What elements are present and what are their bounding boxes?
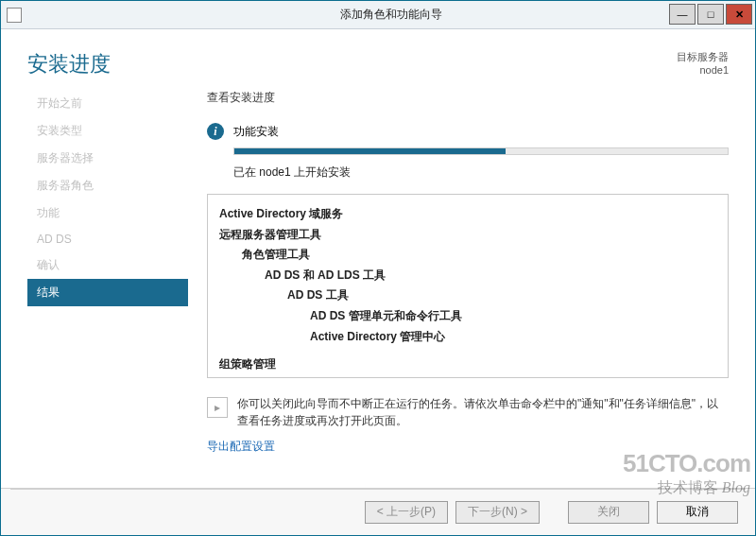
sidebar-item-adds: AD DS bbox=[27, 227, 188, 251]
details-box: Active Directory 域服务 远程服务器管理工具 角色管理工具 AD… bbox=[207, 194, 729, 378]
info-icon: i bbox=[207, 123, 224, 140]
prev-button: < 上一步(P) bbox=[365, 501, 448, 524]
body-row: 开始之前 安装类型 服务器选择 服务器角色 功能 AD DS 确认 结果 查看安… bbox=[27, 90, 729, 476]
detail-remote-admin-tools: 远程服务器管理工具 bbox=[219, 225, 716, 246]
main-panel: 查看安装进度 i 功能安装 已在 node1 上开始安装 Active Dire… bbox=[188, 90, 729, 476]
close-wizard-button: 关闭 bbox=[568, 501, 649, 524]
app-icon bbox=[7, 8, 22, 23]
sidebar-item-features: 功能 bbox=[27, 199, 188, 227]
close-button[interactable]: ✕ bbox=[726, 4, 752, 25]
target-server-value: node1 bbox=[677, 64, 729, 76]
section-label: 查看安装进度 bbox=[207, 90, 729, 106]
detail-group-policy: 组策略管理 bbox=[219, 354, 716, 375]
sidebar: 开始之前 安装类型 服务器选择 服务器角色 功能 AD DS 确认 结果 bbox=[27, 90, 188, 476]
header-row: 安装进度 目标服务器 node1 bbox=[27, 50, 729, 78]
start-text: 已在 node1 上开始安装 bbox=[233, 164, 729, 181]
cancel-button[interactable]: 取消 bbox=[657, 501, 738, 524]
window-title: 添加角色和功能向导 bbox=[27, 7, 755, 23]
wizard-window: 添加角色和功能向导 — □ ✕ 安装进度 目标服务器 node1 开始之前 安装… bbox=[0, 0, 756, 536]
window-buttons: — □ ✕ bbox=[667, 4, 752, 25]
next-button: 下一步(N) > bbox=[455, 501, 540, 524]
sidebar-item-server-roles: 服务器角色 bbox=[27, 172, 188, 199]
detail-adds-tools: AD DS 工具 bbox=[219, 285, 716, 306]
sidebar-item-install-type: 安装类型 bbox=[27, 117, 188, 145]
note-row: ▸ 你可以关闭此向导而不中断正在运行的任务。请依次单击命令栏中的"通知"和"任务… bbox=[207, 395, 729, 429]
status-text: 功能安装 bbox=[233, 124, 279, 140]
maximize-button[interactable]: □ bbox=[697, 4, 724, 25]
flag-icon: ▸ bbox=[207, 397, 228, 418]
sidebar-item-results[interactable]: 结果 bbox=[27, 279, 188, 306]
page-title: 安装进度 bbox=[27, 50, 111, 78]
minimize-button[interactable]: — bbox=[669, 4, 696, 25]
progress-fill bbox=[234, 148, 506, 154]
sidebar-item-server-selection: 服务器选择 bbox=[27, 145, 188, 172]
detail-ad-domain-services: Active Directory 域服务 bbox=[219, 204, 716, 225]
detail-role-admin-tools: 角色管理工具 bbox=[219, 245, 716, 266]
target-server-label: 目标服务器 bbox=[677, 50, 729, 64]
titlebar: 添加角色和功能向导 — □ ✕ bbox=[1, 1, 755, 29]
export-config-link[interactable]: 导出配置设置 bbox=[207, 439, 729, 455]
sidebar-item-confirm: 确认 bbox=[27, 251, 188, 279]
note-text: 你可以关闭此向导而不中断正在运行的任务。请依次单击命令栏中的"通知"和"任务详细… bbox=[237, 395, 729, 429]
detail-ad-admin-center: Active Directory 管理中心 bbox=[219, 327, 716, 348]
content-area: 安装进度 目标服务器 node1 开始之前 安装类型 服务器选择 服务器角色 功… bbox=[1, 29, 755, 488]
sidebar-item-before-begin: 开始之前 bbox=[27, 90, 188, 117]
target-server-box: 目标服务器 node1 bbox=[677, 50, 729, 76]
progress-bar bbox=[233, 147, 729, 155]
footer: < 上一步(P) 下一步(N) > 关闭 取消 bbox=[1, 488, 755, 535]
status-row: i 功能安装 bbox=[207, 123, 729, 140]
detail-adds-snapin-cli: AD DS 管理单元和命令行工具 bbox=[219, 306, 716, 327]
detail-adds-adlds-tools: AD DS 和 AD LDS 工具 bbox=[219, 266, 716, 286]
